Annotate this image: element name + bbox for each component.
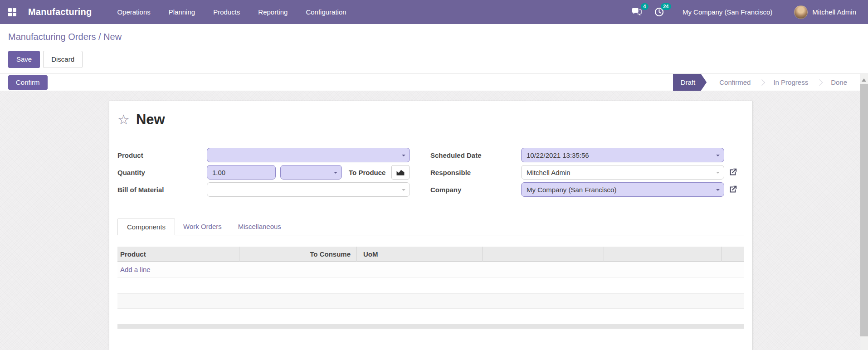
tab-components[interactable]: Components [117,219,175,235]
notebook-tabs: Components Work Orders Miscellaneous [117,219,744,235]
user-name: Mitchell Admin [812,8,856,16]
tab-work-orders[interactable]: Work Orders [175,219,230,235]
dropdown-caret-icon [716,155,720,158]
company-input[interactable] [522,183,724,196]
menu-products[interactable]: Products [204,0,249,24]
form-statusbar: Confirm Draft Confirmed In Progress Done [0,74,868,91]
chevron-right-icon [816,79,823,85]
company-label: Company [430,186,521,194]
column-header-empty [604,247,722,262]
scrollbar-thumb[interactable] [860,84,868,336]
components-table-header: Product To Consume UoM [117,247,744,262]
column-header-uom: UoM [357,247,483,262]
column-header-product: Product [117,247,239,262]
status-step-done[interactable]: Done [825,78,853,86]
apps-menu-button[interactable] [0,0,24,24]
quantity-field[interactable] [207,165,276,180]
scheduled-date-label: Scheduled Date [430,151,521,159]
tab-miscellaneous[interactable]: Miscellaneous [230,219,289,235]
company-field[interactable] [521,182,724,197]
form-view-background: ☆ New Product Quantity [0,91,868,350]
activities-count-badge: 24 [661,3,671,10]
bom-input[interactable] [207,183,410,196]
menu-operations[interactable]: Operations [108,0,159,24]
record-title: New [136,112,165,128]
dropdown-caret-icon [402,155,405,158]
add-a-line-link[interactable]: Add a line [117,266,151,273]
empty-table-row [117,293,744,309]
product-input[interactable] [207,148,410,162]
activities-button[interactable]: 24 [652,5,667,20]
quantity-label: Quantity [117,169,207,176]
vertical-scrollbar[interactable] [860,74,868,350]
chat-bubbles-icon [632,8,642,17]
breadcrumb-parent-link[interactable]: Manufacturing Orders [8,32,96,42]
menu-reporting[interactable]: Reporting [249,0,297,24]
breadcrumb-separator: / [96,32,103,42]
empty-table-row [117,309,744,324]
bom-field[interactable] [207,182,410,197]
dropdown-caret-icon [334,172,337,175]
scheduled-date-field[interactable] [521,148,724,162]
dropdown-caret-icon [402,189,405,193]
user-menu[interactable]: Mitchell Admin [794,5,856,19]
status-step-draft[interactable]: Draft [673,74,707,91]
components-table: Product To Consume UoM Add a line [117,247,744,329]
product-field[interactable] [207,148,410,162]
responsible-field[interactable] [521,165,724,180]
to-produce-label: To Produce [349,169,385,176]
responsible-input[interactable] [522,165,724,179]
menu-configuration[interactable]: Configuration [297,0,355,24]
table-bottom-bar [117,324,744,329]
open-responsible-button[interactable] [728,167,738,177]
uom-field[interactable] [280,165,342,180]
uom-input[interactable] [281,165,341,179]
confirm-button[interactable]: Confirm [8,75,48,90]
quantity-input[interactable] [207,165,275,179]
control-panel: Manufacturing Orders / New Save Discard [0,24,868,74]
chevron-right-icon [759,79,765,85]
messages-count-badge: 4 [641,3,649,10]
responsible-label: Responsible [430,169,521,176]
navbar-right: 4 24 My Company (San Francisco) Mitchell… [622,5,868,20]
dropdown-caret-icon [716,189,720,193]
table-row: Add a line [117,262,744,277]
breadcrumb-current: New [103,32,122,42]
messages-button[interactable]: 4 [629,5,644,20]
top-navbar: Manufacturing Operations Planning Produc… [0,0,868,24]
breadcrumb: Manufacturing Orders / New [8,31,868,42]
column-header-empty [483,247,604,262]
column-header-empty [722,247,744,262]
open-company-button[interactable] [728,185,738,194]
column-header-to-consume: To Consume [239,247,357,262]
apps-grid-icon [8,8,16,16]
external-link-icon [728,167,738,177]
favorite-star-icon[interactable]: ☆ [117,113,130,126]
user-avatar [794,5,808,19]
area-chart-icon [396,169,405,176]
scheduled-date-input[interactable] [522,148,724,162]
dropdown-caret-icon [716,172,720,175]
save-button[interactable]: Save [8,51,40,68]
status-step-in-progress[interactable]: In Progress [768,78,814,86]
company-switcher[interactable]: My Company (San Francisco) [683,8,772,16]
app-title[interactable]: Manufacturing [28,7,92,17]
product-label: Product [117,151,207,159]
record-actions: Save Discard [8,51,868,68]
status-pipeline: Draft Confirmed In Progress Done [673,74,853,91]
main-menu: Operations Planning Products Reporting C… [108,0,355,24]
forecast-graph-button[interactable] [391,165,410,180]
scrollbar-up-arrow-icon[interactable] [862,76,866,82]
external-link-icon [728,185,738,194]
empty-table-row [117,277,744,293]
menu-planning[interactable]: Planning [160,0,204,24]
status-step-confirmed[interactable]: Confirmed [714,78,756,86]
bom-label: Bill of Material [117,186,207,194]
discard-button[interactable]: Discard [43,51,83,68]
form-sheet: ☆ New Product Quantity [109,101,753,350]
